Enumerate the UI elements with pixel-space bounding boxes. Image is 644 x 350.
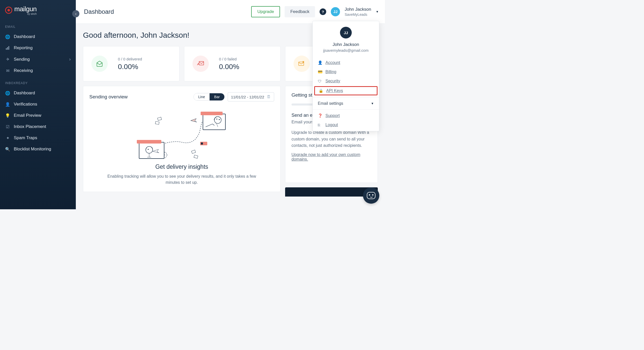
dropdown-item-account[interactable]: 👤 Account	[313, 58, 379, 67]
sidebar-collapse-button[interactable]: ‹	[72, 10, 79, 17]
dd-label: API Keys	[326, 88, 343, 93]
dd-label: Account	[325, 60, 340, 65]
mail-warning-icon	[294, 56, 310, 72]
chevron-down-icon: ▼	[371, 102, 374, 105]
svg-point-16	[148, 149, 149, 150]
nav-label: Reporting	[14, 45, 33, 50]
chevron-down-icon[interactable]: ▼	[376, 10, 379, 14]
dd-label: Security	[325, 79, 340, 83]
shield-icon: 🛡	[318, 79, 322, 83]
sidebar: mailgun by sinch ‹ EMAIL 🌐 Dashboard Rep…	[0, 0, 76, 209]
globe-icon: 🌐	[5, 90, 10, 96]
mail-bounce-icon	[192, 56, 209, 72]
nav-label: Receiving	[14, 68, 33, 73]
user-name: John Jackson	[345, 7, 371, 12]
topbar: Dashboard Upgrade Feedback ? JJ John Jac…	[76, 0, 385, 24]
stat-delivered-label: 0 / 0 delivered	[118, 57, 142, 61]
plane-icon: ✈	[5, 57, 10, 62]
sending-overview-panel: Sending overview Line Bar 11/01/22 - 12/…	[83, 86, 281, 192]
svg-point-14	[219, 119, 220, 120]
nav-label: Verifications	[14, 102, 37, 107]
sidebar-item-reporting[interactable]: Reporting	[0, 42, 76, 54]
dropdown-item-support[interactable]: ❓ Support	[313, 111, 379, 120]
help-icon[interactable]: ?	[320, 8, 326, 15]
gs-body: Upgrade to create a custom domain With a…	[291, 129, 371, 149]
chart-empty-title: Get delivery insights	[155, 163, 208, 170]
avatar[interactable]: JJ	[331, 7, 340, 16]
nav-label: Blocklist Monitoring	[14, 147, 51, 152]
calendar-icon: 🗓	[267, 95, 271, 99]
bars-icon	[5, 45, 10, 50]
sidebar-item-ir-dashboard[interactable]: 🌐 Dashboard	[0, 87, 76, 99]
svg-rect-9	[194, 155, 198, 158]
page-title: Dashboard	[84, 8, 114, 15]
svg-rect-7	[155, 121, 159, 124]
chart-type-bar[interactable]: Bar	[210, 93, 224, 100]
user-menu-trigger[interactable]: John Jackson SaveMyLeads	[345, 7, 371, 17]
sidebar-item-blocklist[interactable]: 🔍 Blocklist Monitoring	[0, 144, 76, 155]
sidebar-item-spam-traps[interactable]: ✦ Spam Traps	[0, 132, 76, 144]
svg-rect-2	[8, 46, 9, 50]
sidebar-item-verifications[interactable]: 👤 Verifications	[0, 99, 76, 110]
person-icon: 👤	[318, 60, 322, 65]
nav-label: Email Preview	[14, 113, 41, 118]
svg-rect-8	[191, 150, 196, 153]
dropdown-item-api-keys[interactable]: 🔒 API Keys	[314, 86, 378, 95]
dropdown-item-billing[interactable]: 💳 Billing	[313, 67, 379, 76]
inbox-icon: ✉	[5, 68, 10, 73]
sidebar-item-email-preview[interactable]: 💡 Email Preview	[0, 110, 76, 121]
svg-rect-0	[6, 48, 7, 50]
globe-icon: 🌐	[5, 34, 10, 39]
svg-point-13	[216, 119, 217, 120]
bulb-icon: 💡	[5, 113, 10, 118]
svg-point-12	[214, 117, 221, 124]
dropdown-user-name: John Jackson	[317, 42, 375, 47]
dropdown-item-logout[interactable]: ⎘ Logout	[313, 120, 379, 129]
stat-card-delivered: 0 / 0 delivered 0.00%	[83, 46, 179, 81]
svg-rect-1	[7, 47, 8, 50]
nav-label: Sending	[14, 57, 30, 62]
nodes-icon: ✦	[5, 135, 10, 140]
stat-failed-value: 0.00%	[219, 63, 239, 71]
card-icon: 💳	[318, 70, 322, 74]
sidebar-item-inbox-placement[interactable]: ☑ Inbox Placement	[0, 121, 76, 132]
chart-type-toggle: Line Bar	[193, 93, 225, 101]
svg-rect-3	[199, 61, 204, 65]
svg-rect-11	[201, 142, 203, 145]
brand-logo[interactable]: mailgun by sinch	[0, 5, 76, 20]
stat-card-failed: 0 / 0 failed 0.00%	[184, 46, 281, 81]
chevron-right-icon: ›	[69, 57, 71, 62]
svg-rect-6	[157, 117, 162, 120]
dd-label: Billing	[325, 70, 336, 74]
bot-icon	[367, 192, 375, 199]
nav-label: Dashboard	[14, 34, 35, 39]
overview-title: Sending overview	[89, 94, 128, 100]
upgrade-link[interactable]: Upgrade now to add your own custom domai…	[291, 152, 360, 161]
upgrade-button[interactable]: Upgrade	[251, 6, 280, 17]
user-dropdown: JJ John Jackson jjsavemyleads@gmail.com …	[312, 21, 379, 131]
dropdown-user-email: jjsavemyleads@gmail.com	[317, 48, 375, 53]
chat-widget-button[interactable]	[363, 187, 379, 204]
lock-icon: 🔒	[319, 88, 323, 93]
chart-type-line[interactable]: Line	[194, 93, 210, 100]
mail-open-icon	[91, 56, 108, 72]
nav-label: Inbox Placement	[14, 124, 46, 129]
brand-name: mailgun	[14, 5, 37, 13]
dropdown-email-settings[interactable]: Email settings ▼	[313, 97, 379, 110]
chart-empty-desc: Enabling tracking will allow you to see …	[100, 173, 263, 186]
dropdown-item-security[interactable]: 🛡 Security	[313, 76, 379, 86]
feedback-button[interactable]: Feedback	[285, 6, 315, 17]
sidebar-item-sending[interactable]: ✈ Sending ›	[0, 54, 76, 65]
nav-label: Spam Traps	[14, 135, 37, 140]
mailgun-logo-icon	[5, 7, 12, 14]
sidebar-item-dashboard[interactable]: 🌐 Dashboard	[0, 31, 76, 42]
user-org: SaveMyLeads	[345, 12, 371, 17]
help-icon: ❓	[318, 113, 322, 118]
nav-label: Dashboard	[14, 90, 35, 96]
date-range-value: 11/01/22 - 12/01/22	[231, 95, 264, 99]
dropdown-avatar: JJ	[340, 27, 352, 38]
dd-expand-label: Email settings	[318, 101, 343, 106]
dd-label: Logout	[325, 123, 338, 127]
sidebar-item-receiving[interactable]: ✉ Receiving	[0, 65, 76, 76]
date-range-picker[interactable]: 11/01/22 - 12/01/22 🗓	[228, 92, 274, 101]
